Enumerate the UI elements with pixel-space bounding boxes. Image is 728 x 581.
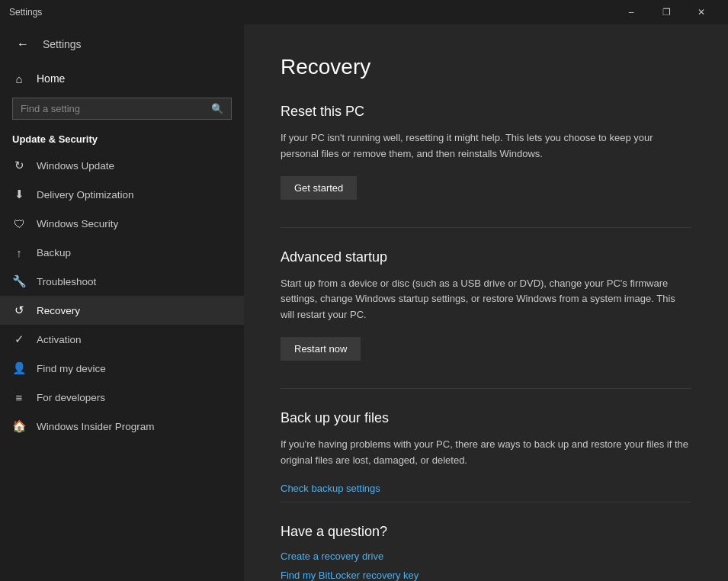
backup-files-section: Back up your files If you're having prob… (281, 410, 691, 494)
find-my-device-label: Find my device (37, 363, 106, 374)
home-label: Home (37, 72, 65, 85)
advanced-startup-section: Advanced startup Start up from a device … (281, 249, 691, 388)
reset-pc-section: Reset this PC If your PC isn't running w… (281, 104, 691, 227)
minimize-button[interactable]: – (614, 0, 649, 24)
backup-files-title: Back up your files (281, 410, 691, 426)
troubleshoot-label: Troubleshoot (37, 276, 96, 287)
sidebar-item-windows-security[interactable]: 🛡 Windows Security (0, 209, 244, 238)
content-area: Recovery Reset this PC If your PC isn't … (244, 24, 728, 581)
activation-icon: ✓ (12, 332, 26, 346)
title-bar: Settings – ❐ ✕ (0, 0, 728, 24)
for-developers-label: For developers (37, 392, 105, 403)
page-title: Recovery (281, 55, 691, 79)
backup-icon: ↑ (12, 246, 26, 259)
find-my-device-icon: 👤 (12, 361, 26, 375)
advanced-startup-description: Start up from a device or disc (such as … (281, 276, 691, 323)
question-link-0[interactable]: Create a recovery drive (281, 551, 691, 562)
sidebar-section-label: Update & Security (0, 129, 244, 151)
windows-insider-icon: 🏠 (12, 419, 26, 433)
home-icon: ⌂ (12, 72, 26, 85)
sidebar-header: ← Settings (0, 24, 244, 64)
divider-1 (281, 227, 691, 228)
reset-pc-description: If your PC isn't running well, resetting… (281, 130, 691, 162)
question-links-list: Create a recovery driveFind my BitLocker… (281, 551, 691, 581)
windows-update-label: Windows Update (37, 160, 114, 172)
sidebar-title: Settings (43, 38, 82, 50)
settings-title: Settings (9, 7, 42, 18)
for-developers-icon: ≡ (12, 390, 26, 404)
check-backup-settings-link[interactable]: Check backup settings (281, 483, 691, 494)
sidebar-item-recovery[interactable]: ↺ Recovery (0, 296, 244, 325)
backup-label: Backup (37, 247, 71, 258)
recovery-label: Recovery (37, 305, 80, 316)
windows-security-icon: 🛡 (12, 217, 26, 230)
sidebar-item-backup[interactable]: ↑ Backup (0, 238, 244, 267)
delivery-optimization-label: Delivery Optimization (37, 189, 134, 201)
nav-items-list: ↻ Windows Update ⬇ Delivery Optimization… (0, 151, 244, 441)
close-button[interactable]: ✕ (684, 0, 719, 24)
search-box: 🔍 (12, 98, 232, 120)
backup-files-description: If you're having problems with your PC, … (281, 437, 691, 469)
divider-2 (281, 388, 691, 389)
sidebar-item-for-developers[interactable]: ≡ For developers (0, 383, 244, 412)
divider-3 (281, 502, 691, 502)
sidebar: ← Settings ⌂ Home 🔍 Update & Security ↻ … (0, 24, 244, 581)
sidebar-item-home[interactable]: ⌂ Home (0, 64, 244, 93)
search-icon: 🔍 (211, 103, 223, 114)
restart-now-button[interactable]: Restart now (281, 337, 361, 361)
title-bar-controls: – ❐ ✕ (614, 0, 719, 24)
maximize-button[interactable]: ❐ (649, 0, 684, 24)
sidebar-item-activation[interactable]: ✓ Activation (0, 325, 244, 354)
troubleshoot-icon: 🔧 (12, 274, 26, 288)
activation-label: Activation (37, 334, 82, 345)
sidebar-item-find-my-device[interactable]: 👤 Find my device (0, 354, 244, 383)
have-question-section: Have a question? Create a recovery drive… (281, 524, 691, 581)
reset-pc-title: Reset this PC (281, 104, 691, 120)
windows-security-label: Windows Security (37, 218, 118, 230)
sidebar-item-delivery-optimization[interactable]: ⬇ Delivery Optimization (0, 180, 244, 209)
title-bar-left: Settings (9, 7, 614, 18)
advanced-startup-title: Advanced startup (281, 249, 691, 265)
question-link-1[interactable]: Find my BitLocker recovery key (281, 570, 691, 581)
sidebar-item-windows-insider[interactable]: 🏠 Windows Insider Program (0, 412, 244, 441)
search-input[interactable] (21, 103, 205, 114)
have-question-title: Have a question? (281, 524, 691, 540)
back-button[interactable]: ← (12, 34, 34, 55)
sidebar-item-windows-update[interactable]: ↻ Windows Update (0, 151, 244, 180)
delivery-optimization-icon: ⬇ (12, 188, 26, 201)
app-body: ← Settings ⌂ Home 🔍 Update & Security ↻ … (0, 24, 728, 581)
sidebar-item-troubleshoot[interactable]: 🔧 Troubleshoot (0, 267, 244, 296)
get-started-button[interactable]: Get started (281, 176, 357, 200)
windows-update-icon: ↻ (12, 159, 26, 172)
recovery-icon: ↺ (12, 303, 26, 317)
windows-insider-label: Windows Insider Program (37, 421, 155, 432)
